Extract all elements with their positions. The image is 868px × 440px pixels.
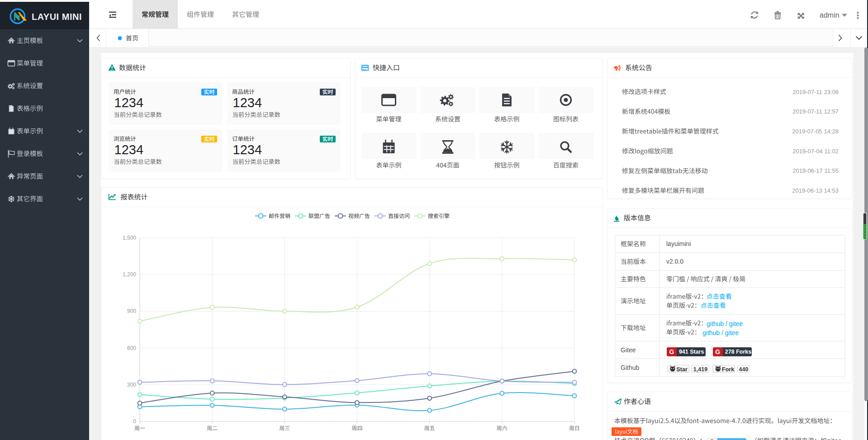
svg-text:1,200: 1,200 (123, 271, 136, 278)
svg-text:1,500: 1,500 (123, 235, 136, 241)
svg-text:900: 900 (127, 308, 136, 314)
svg-text:300: 300 (127, 382, 136, 388)
svg-text:0: 0 (133, 418, 136, 425)
svg-text:600: 600 (127, 345, 136, 351)
